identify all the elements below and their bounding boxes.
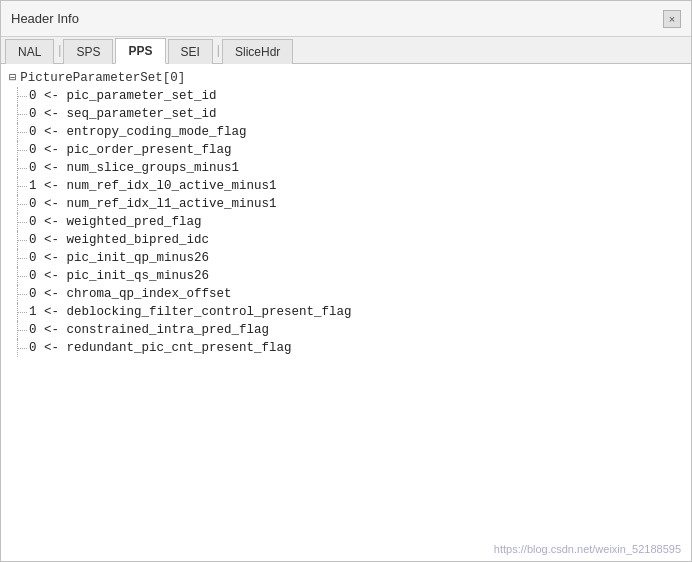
tree-item: 0 <- pic_parameter_set_id	[9, 87, 683, 105]
tree-item-text: 0 <- num_slice_groups_minus1	[29, 161, 239, 175]
tree-item-text: 0 <- pic_init_qs_minus26	[29, 269, 209, 283]
tree-root-label: ⊟ PictureParameterSet[0]	[9, 68, 683, 87]
tree-item: 0 <- pic_init_qs_minus26	[9, 267, 683, 285]
tree-children: 0 <- pic_parameter_set_id0 <- seq_parame…	[9, 87, 683, 357]
tab-bar: NAL|SPSPPSSEI|SliceHdr	[1, 37, 691, 64]
tree-item-text: 0 <- pic_init_qp_minus26	[29, 251, 209, 265]
expand-icon: ⊟	[9, 70, 16, 85]
tree-item-text: 0 <- constrained_intra_pred_flag	[29, 323, 269, 337]
tree-item: 0 <- redundant_pic_cnt_present_flag	[9, 339, 683, 357]
tree-item: 0 <- pic_order_present_flag	[9, 141, 683, 159]
tree-item: 0 <- entropy_coding_mode_flag	[9, 123, 683, 141]
tree-item: 0 <- weighted_pred_flag	[9, 213, 683, 231]
tree-root: ⊟ PictureParameterSet[0] 0 <- pic_parame…	[9, 68, 683, 357]
tab-separator: |	[215, 43, 222, 57]
tree-item: 0 <- num_ref_idx_l1_active_minus1	[9, 195, 683, 213]
tree-item: 1 <- deblocking_filter_control_present_f…	[9, 303, 683, 321]
tree-item-text: 0 <- weighted_bipred_idc	[29, 233, 209, 247]
tree-item-text: 0 <- num_ref_idx_l1_active_minus1	[29, 197, 277, 211]
content-area: ⊟ PictureParameterSet[0] 0 <- pic_parame…	[1, 64, 691, 561]
tree-item-text: 0 <- seq_parameter_set_id	[29, 107, 217, 121]
tree-item-text: 0 <- pic_order_present_flag	[29, 143, 232, 157]
tab-nal[interactable]: NAL	[5, 39, 54, 64]
tree-item: 1 <- num_ref_idx_l0_active_minus1	[9, 177, 683, 195]
tree-item: 0 <- chroma_qp_index_offset	[9, 285, 683, 303]
main-window: Header Info × NAL|SPSPPSSEI|SliceHdr ⊟ P…	[0, 0, 692, 562]
watermark: https://blog.csdn.net/weixin_52188595	[494, 543, 681, 555]
title-bar: Header Info ×	[1, 1, 691, 37]
tree-item: 0 <- num_slice_groups_minus1	[9, 159, 683, 177]
tree-item-text: 0 <- weighted_pred_flag	[29, 215, 202, 229]
tab-separator: |	[56, 43, 63, 57]
tree-root-text: PictureParameterSet[0]	[20, 71, 185, 85]
tree-item: 0 <- pic_init_qp_minus26	[9, 249, 683, 267]
tree-item-text: 0 <- pic_parameter_set_id	[29, 89, 217, 103]
tab-pps[interactable]: PPS	[115, 38, 165, 64]
tree-item: 0 <- weighted_bipred_idc	[9, 231, 683, 249]
tab-sei[interactable]: SEI	[168, 39, 213, 64]
tree-item-text: 0 <- chroma_qp_index_offset	[29, 287, 232, 301]
close-button[interactable]: ×	[663, 10, 681, 28]
tree-item: 0 <- constrained_intra_pred_flag	[9, 321, 683, 339]
window-title: Header Info	[11, 11, 79, 26]
tree-item-text: 1 <- deblocking_filter_control_present_f…	[29, 305, 352, 319]
tree-item: 0 <- seq_parameter_set_id	[9, 105, 683, 123]
tab-slicehdr[interactable]: SliceHdr	[222, 39, 293, 64]
tree-item-text: 0 <- redundant_pic_cnt_present_flag	[29, 341, 292, 355]
tree-item-text: 1 <- num_ref_idx_l0_active_minus1	[29, 179, 277, 193]
tree-item-text: 0 <- entropy_coding_mode_flag	[29, 125, 247, 139]
tab-sps[interactable]: SPS	[63, 39, 113, 64]
